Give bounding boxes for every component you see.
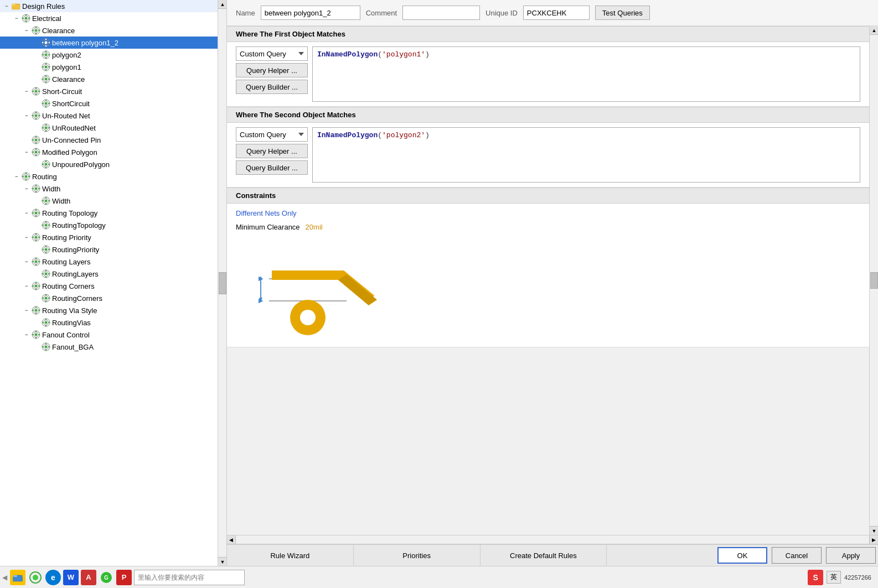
rule-wizard-button[interactable]: Rule Wizard bbox=[227, 545, 354, 566]
toggle-un-routed-net[interactable]: − bbox=[22, 111, 31, 120]
second-query-helper-button[interactable]: Query Helper ... bbox=[236, 144, 308, 158]
taskbar-lang-toggle[interactable]: 英 bbox=[827, 571, 841, 584]
comment-input[interactable] bbox=[402, 6, 480, 20]
toggle-routing-corners[interactable]: − bbox=[22, 282, 31, 290]
tree-item-width2[interactable]: Width bbox=[0, 195, 218, 207]
tree-item-un-connected-pin[interactable]: Un-Connected Pin bbox=[0, 134, 218, 146]
right-scroll-thumb[interactable] bbox=[870, 272, 878, 289]
second-query-type-select[interactable]: Custom Query Query Helper Query Builder bbox=[236, 127, 308, 142]
toggle-short-circuit[interactable]: − bbox=[22, 87, 31, 96]
taskbar-powerpoint-icon[interactable]: P bbox=[116, 570, 132, 585]
taskbar-acrobat-icon[interactable]: A bbox=[81, 570, 96, 585]
taskbar-search-input[interactable] bbox=[134, 570, 245, 585]
label-between-polygon1-2: between polygon1_2 bbox=[52, 39, 118, 47]
toggle-width[interactable]: − bbox=[22, 184, 31, 193]
tree-item-modified-polygon[interactable]: − Modified Polygon bbox=[0, 146, 218, 158]
tree-item-routingtopology[interactable]: RoutingTopology bbox=[0, 219, 218, 231]
test-queries-button[interactable]: Test Queries bbox=[595, 6, 650, 20]
first-query-helper-button[interactable]: Query Helper ... bbox=[236, 63, 308, 77]
unique-id-input[interactable] bbox=[523, 6, 590, 20]
first-query-text[interactable]: InNamedPolygon('polygon1') bbox=[312, 46, 860, 102]
scroll-up-arrow[interactable]: ▲ bbox=[218, 0, 226, 9]
svg-point-188 bbox=[35, 331, 37, 332]
right-scroll-down[interactable]: ▼ bbox=[870, 526, 878, 535]
tree-item-routingpriority[interactable]: RoutingPriority bbox=[0, 243, 218, 256]
tree-item-fanout-bga[interactable]: Fanout_BGA bbox=[0, 341, 218, 353]
apply-button[interactable]: Apply bbox=[826, 547, 876, 564]
tree-item-electrical[interactable]: − Electrical bbox=[0, 12, 218, 24]
tree-item-routing-via-style[interactable]: − Routing Via Style bbox=[0, 304, 218, 316]
taskbar-green-icon[interactable]: G bbox=[99, 570, 114, 585]
tree-item-polygon2[interactable]: polygon2 bbox=[0, 49, 218, 61]
svg-point-149 bbox=[39, 261, 40, 262]
taskbar-browser-icon[interactable]: e bbox=[45, 570, 61, 585]
tree-item-routing-corners[interactable]: − Routing Corners bbox=[0, 280, 218, 292]
tree-item-short-circuit[interactable]: − Short-Circuit bbox=[0, 85, 218, 97]
first-query-type-select[interactable]: Custom Query Query Helper Query Builder bbox=[236, 46, 308, 61]
second-query-builder-button[interactable]: Query Builder ... bbox=[236, 160, 308, 175]
taskbar-word-icon[interactable]: W bbox=[63, 570, 79, 585]
taskbar-filemanager-icon[interactable] bbox=[10, 570, 25, 585]
name-input[interactable] bbox=[261, 6, 360, 20]
tree-item-fanout-control[interactable]: − Fanout Control bbox=[0, 329, 218, 341]
svg-point-118 bbox=[35, 209, 37, 210]
tree-item-routingvias[interactable]: RoutingVias bbox=[0, 316, 218, 329]
tree-item-routing-topology[interactable]: − Routing Topology bbox=[0, 207, 218, 219]
taskbar-sogou-icon[interactable]: S bbox=[808, 570, 823, 585]
toggle-modified-polygon[interactable]: − bbox=[22, 148, 31, 157]
toggle-electrical[interactable]: − bbox=[12, 14, 21, 23]
svg-point-44 bbox=[49, 79, 50, 80]
svg-point-37 bbox=[49, 66, 50, 67]
tree-item-unroutednet[interactable]: UnRoutedNet bbox=[0, 122, 218, 134]
scroll-down-arrow[interactable]: ▼ bbox=[218, 557, 226, 566]
tree-item-shortcircuit[interactable]: ShortCircuit bbox=[0, 97, 218, 110]
svg-point-112 bbox=[45, 204, 47, 205]
create-default-rules-button[interactable]: Create Default Rules bbox=[481, 545, 607, 566]
tree-item-design-rules[interactable]: −Design Rules bbox=[0, 0, 218, 12]
priorities-button[interactable]: Priorities bbox=[354, 545, 481, 566]
cancel-button[interactable]: Cancel bbox=[772, 547, 822, 564]
toggle-routing-priority[interactable]: − bbox=[22, 233, 31, 242]
scroll-thumb[interactable] bbox=[219, 272, 226, 294]
toggle-routing-via-style[interactable]: − bbox=[22, 306, 31, 315]
tree-item-un-routed-net[interactable]: − Un-Routed Net bbox=[0, 110, 218, 122]
svg-point-90 bbox=[45, 160, 47, 162]
tree-item-routinglayers[interactable]: RoutingLayers bbox=[0, 268, 218, 280]
icon-clearance2 bbox=[41, 74, 51, 84]
svg-point-140 bbox=[45, 252, 47, 253]
toggle-routing-layers[interactable]: − bbox=[22, 257, 31, 266]
ok-button[interactable]: OK bbox=[717, 547, 767, 564]
tree-item-between-polygon1-2[interactable]: between polygon1_2 bbox=[0, 37, 218, 49]
toggle-routing-topology[interactable]: − bbox=[22, 209, 31, 217]
horizontal-scrollbar[interactable]: ◀ ▶ bbox=[227, 535, 878, 544]
tree-item-routing-layers[interactable]: − Routing Layers bbox=[0, 256, 218, 268]
tree-item-clearance[interactable]: − Clearance bbox=[0, 24, 218, 37]
tree-item-routing-priority[interactable]: − Routing Priority bbox=[0, 231, 218, 243]
svg-point-142 bbox=[49, 249, 50, 250]
svg-point-36 bbox=[42, 66, 43, 67]
second-query-text[interactable]: InNamedPolygon('polygon2') bbox=[312, 127, 860, 183]
toggle-design-rules[interactable]: − bbox=[2, 2, 11, 11]
tree-item-routingcorners[interactable]: RoutingCorners bbox=[0, 292, 218, 304]
svg-point-49 bbox=[35, 94, 37, 95]
toggle-fanout-control[interactable]: − bbox=[22, 330, 31, 339]
icon-between-polygon1-2 bbox=[41, 38, 51, 48]
first-query-builder-button[interactable]: Query Builder ... bbox=[236, 80, 308, 94]
tree-item-unpouredpolygon[interactable]: UnpouredPolygon bbox=[0, 158, 218, 170]
scroll-right-arrow[interactable]: ▶ bbox=[869, 535, 878, 544]
design-rules-tree[interactable]: −Design Rules− Electrical− Clearance bet bbox=[0, 0, 218, 566]
toggle-clearance[interactable]: − bbox=[22, 26, 31, 35]
svg-point-152 bbox=[45, 273, 48, 275]
right-scrollbar[interactable]: ▲ ▼ bbox=[869, 26, 878, 535]
tree-item-routing[interactable]: − Routing bbox=[0, 170, 218, 183]
tree-scrollbar[interactable]: ▲ ▼ bbox=[218, 0, 226, 566]
scroll-left-arrow[interactable]: ◀ bbox=[227, 535, 236, 544]
taskbar-circle-icon[interactable] bbox=[28, 570, 43, 585]
tree-item-width[interactable]: − Width bbox=[0, 183, 218, 195]
svg-point-30 bbox=[49, 54, 50, 55]
tree-item-polygon1[interactable]: polygon1 bbox=[0, 61, 218, 73]
tree-item-clearance2[interactable]: Clearance bbox=[0, 73, 218, 85]
toggle-routing[interactable]: − bbox=[12, 172, 21, 181]
right-scroll-up[interactable]: ▲ bbox=[870, 26, 878, 35]
label-routingvias: RoutingVias bbox=[52, 319, 91, 327]
